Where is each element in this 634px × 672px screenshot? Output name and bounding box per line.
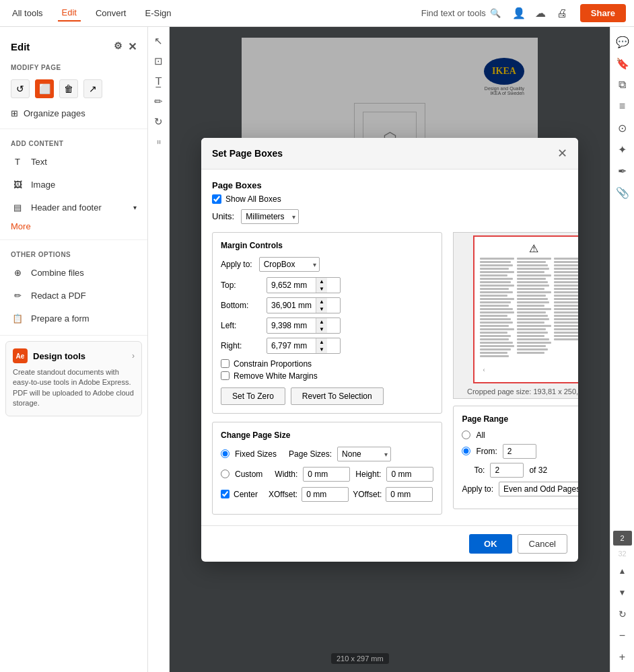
design-tools-header: Ae Design tools › [13, 348, 135, 363]
cursor-tool[interactable]: ↖ [150, 32, 168, 50]
sidebar-header-footer-item[interactable]: ▤ Header and footer ▾ [0, 196, 147, 219]
pdf-content-area: ⬡ IKEA Design and QualityIKEA of Sweden … [170, 27, 610, 672]
more-link[interactable]: More [0, 219, 147, 234]
share-button[interactable]: Share [580, 4, 626, 22]
crop-tool[interactable]: ⌗ [150, 133, 168, 151]
sidebar-text-item[interactable]: T Text [0, 150, 147, 173]
all-pages-radio[interactable] [462, 431, 470, 439]
select-tool[interactable]: ⊡ [150, 52, 168, 70]
modal-footer: OK Cancel [201, 525, 578, 562]
fixed-sizes-row: Fixed Sizes Page Sizes: None A4 A3 Lette… [221, 447, 433, 461]
center-checkbox[interactable] [221, 490, 230, 498]
zoom-in-icon[interactable]: + [613, 648, 632, 667]
units-select-wrap: Millimeters Inches Points [241, 209, 299, 224]
ok-button[interactable]: OK [469, 534, 512, 554]
show-all-boxes-row: Show All Boxes [212, 194, 567, 204]
text-edit-tool[interactable]: T̲ [150, 73, 168, 90]
preview-col-3 [554, 258, 578, 365]
units-select[interactable]: Millimeters Inches Points [241, 209, 299, 224]
sidebar-image-item[interactable]: 🖼 Image [0, 173, 147, 196]
constrain-proportions-label: Constrain Proportions [234, 359, 312, 369]
scroll-down-icon[interactable]: ▼ [613, 583, 632, 602]
right-panel: 💬 🔖 ⧉ ≡ ⊙ ✦ ✒ 📎 2 32 ▲ ▼ ↻ − + [610, 27, 634, 672]
refresh-icon[interactable]: ↺ [11, 79, 30, 98]
delete-icon[interactable]: 🗑 [59, 79, 78, 98]
bottom-input[interactable] [267, 299, 316, 312]
rotate-tool[interactable]: ↻ [150, 113, 168, 130]
search-bar[interactable]: Find text or tools 🔍 [421, 8, 501, 18]
xoffset-input[interactable] [302, 487, 349, 502]
page-boxes-section: Page Boxes Show All Boxes Units: Millime… [212, 180, 567, 224]
apply-to-select-wrap: CropBox TrimBox BleedBox ArtBox MediaBox [259, 257, 320, 272]
preview-page-box: ⚠ [473, 235, 578, 383]
from-page-radio[interactable] [462, 447, 470, 455]
combine-files-item[interactable]: ⊕ Combine files [0, 261, 147, 284]
refresh-view-icon[interactable]: ↻ [613, 605, 632, 624]
nav-esign[interactable]: E-Sign [141, 5, 175, 21]
top-input[interactable] [267, 278, 316, 292]
fixed-sizes-radio[interactable] [221, 449, 230, 458]
star-icon[interactable]: ✦ [613, 140, 632, 159]
left-input[interactable] [267, 319, 316, 332]
target-icon[interactable]: ⊙ [613, 118, 632, 137]
design-tools-logo: Ae [13, 348, 28, 363]
cloud-icon[interactable]: ☁ [533, 6, 548, 21]
user-icon[interactable]: 👤 [512, 6, 526, 21]
redact-item[interactable]: ✏ Redact a PDF [0, 284, 147, 307]
comment-icon[interactable]: 💬 [613, 32, 632, 51]
bottom-spin-down[interactable]: ▼ [316, 305, 327, 313]
copy-icon[interactable]: ⧉ [613, 75, 632, 94]
bottom-spin-up[interactable]: ▲ [316, 298, 327, 305]
print-icon[interactable]: 🖨 [555, 6, 569, 21]
settings-icon[interactable]: ⚙ [114, 40, 122, 53]
remove-white-margins-checkbox[interactable] [221, 371, 230, 380]
page-size-select[interactable]: None A4 A3 Letter [337, 447, 391, 461]
nav-edit[interactable]: Edit [58, 5, 81, 22]
from-page-input[interactable] [503, 444, 536, 459]
all-range-row: All [462, 431, 578, 440]
top-spin-down[interactable]: ▼ [316, 285, 327, 293]
revert-to-selection-button[interactable]: Revert To Selection [291, 387, 384, 405]
left-spin-up[interactable]: ▲ [316, 318, 327, 326]
cancel-button[interactable]: Cancel [518, 534, 567, 554]
constrain-proportions-checkbox[interactable] [221, 359, 230, 368]
apply-to-select[interactable]: CropBox TrimBox BleedBox ArtBox MediaBox [259, 257, 320, 272]
prepare-form-item[interactable]: 📋 Prepare a form [0, 307, 147, 330]
close-icon[interactable]: ✕ [128, 40, 137, 53]
top-spin-up[interactable]: ▲ [316, 278, 327, 285]
header-footer-icon: ▤ [11, 200, 24, 214]
organize-pages-item[interactable]: ⊞ Organize pages [0, 104, 147, 123]
layers-icon[interactable]: ≡ [613, 97, 632, 116]
bookmark-icon[interactable]: 🔖 [613, 54, 632, 73]
yoffset-input[interactable] [386, 487, 433, 502]
nav-all-tools[interactable]: All tools [8, 5, 47, 21]
scroll-up-icon[interactable]: ▲ [613, 562, 632, 581]
to-page-input[interactable] [490, 463, 524, 478]
top-input-wrap: ▲ ▼ [267, 277, 341, 293]
right-input[interactable] [267, 339, 316, 352]
right-spin-down[interactable]: ▼ [316, 346, 327, 353]
left-input-wrap: ▲ ▼ [267, 318, 341, 334]
attachment-icon[interactable]: 📎 [613, 183, 632, 202]
show-all-boxes-checkbox[interactable] [212, 194, 221, 204]
top-spinners: ▲ ▼ [316, 278, 327, 293]
export-icon[interactable]: ↗ [83, 79, 102, 98]
modal-close-button[interactable]: ✕ [557, 146, 567, 161]
pencil-tool[interactable]: ✏ [150, 93, 168, 110]
apply-to-range-label: Apply to: [462, 484, 493, 494]
bottom-spinners: ▲ ▼ [316, 298, 327, 313]
custom-radio[interactable] [221, 470, 230, 478]
margin-controls-title: Margin Controls [221, 241, 433, 250]
apply-to-range-select[interactable]: Even and Odd Pages Even Pages Only Odd P… [499, 482, 578, 496]
set-to-zero-button[interactable]: Set To Zero [221, 387, 285, 405]
height-input[interactable] [386, 467, 433, 482]
width-input[interactable] [303, 467, 350, 482]
left-spin-down[interactable]: ▼ [316, 326, 327, 333]
pen-icon[interactable]: ✒ [613, 161, 632, 180]
zoom-out-icon[interactable]: − [613, 626, 632, 645]
right-spin-up[interactable]: ▲ [316, 338, 327, 346]
nav-convert[interactable]: Convert [92, 5, 131, 21]
search-icon[interactable]: 🔍 [490, 8, 501, 18]
custom-label: Custom [235, 470, 262, 479]
crop-icon[interactable]: ⬜ [35, 79, 54, 98]
